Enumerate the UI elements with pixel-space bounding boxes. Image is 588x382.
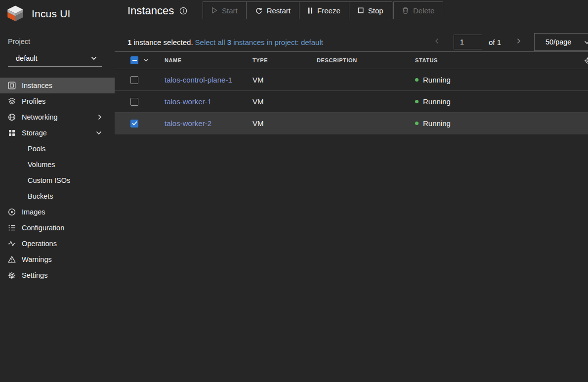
instance-link[interactable]: talos-worker-2 bbox=[165, 119, 211, 127]
project-select-value: default bbox=[16, 54, 38, 62]
select-all-link[interactable]: Select all 3 instances in project: defau… bbox=[195, 38, 323, 46]
sidebar: Incus UI Project default Instances Profi… bbox=[0, 0, 115, 382]
configuration-icon bbox=[8, 224, 16, 232]
sidebar-nav: Instances Profiles Networking Storage bbox=[0, 78, 115, 283]
sidebar-item-buckets[interactable]: Buckets bbox=[0, 188, 115, 204]
previous-page-button[interactable] bbox=[435, 38, 439, 44]
delete-button[interactable]: Delete bbox=[394, 2, 443, 19]
column-header-status: STATUS bbox=[415, 57, 588, 63]
instances-table: NAME TYPE DESCRIPTION STATUS talos-contr… bbox=[115, 51, 588, 134]
sidebar-item-configuration[interactable]: Configuration bbox=[0, 220, 115, 236]
operations-icon bbox=[8, 240, 16, 248]
column-header-description: DESCRIPTION bbox=[317, 57, 415, 63]
column-header-type: TYPE bbox=[252, 57, 317, 63]
sidebar-item-label: Profiles bbox=[22, 97, 107, 105]
images-icon bbox=[8, 208, 16, 216]
sidebar-item-label: Operations bbox=[22, 240, 107, 248]
selection-summary: 1 instance selected.Select all 3 instanc… bbox=[127, 38, 323, 46]
start-button[interactable]: Start bbox=[203, 2, 246, 19]
pause-icon bbox=[308, 7, 313, 14]
table-row[interactable]: talos-control-plane-1 VM Running bbox=[115, 69, 588, 91]
stop-icon bbox=[358, 7, 364, 13]
table-header: NAME TYPE DESCRIPTION STATUS bbox=[115, 51, 588, 69]
sidebar-item-instances[interactable]: Instances bbox=[0, 78, 115, 93]
stop-button[interactable]: Stop bbox=[349, 2, 392, 19]
sidebar-item-label: Buckets bbox=[28, 192, 107, 200]
instance-link[interactable]: talos-control-plane-1 bbox=[165, 76, 232, 84]
sidebar-item-label: Instances bbox=[22, 82, 107, 89]
page-count-label: of 1 bbox=[489, 38, 501, 46]
instance-type: VM bbox=[252, 119, 317, 127]
instance-status: Running bbox=[415, 76, 588, 84]
instance-status: Running bbox=[415, 97, 588, 106]
sidebar-item-label: Warnings bbox=[22, 255, 107, 263]
column-header-name: NAME bbox=[165, 57, 252, 63]
sidebar-item-label: Images bbox=[22, 208, 107, 216]
instance-link[interactable]: talos-worker-1 bbox=[165, 97, 211, 106]
storage-icon bbox=[8, 129, 16, 137]
sidebar-item-networking[interactable]: Networking bbox=[0, 109, 115, 125]
info-icon[interactable] bbox=[179, 7, 187, 15]
restart-icon bbox=[255, 7, 262, 14]
sidebar-item-label: Configuration bbox=[22, 224, 107, 232]
page-size-select[interactable]: 50/page bbox=[534, 33, 588, 51]
row-checkbox[interactable] bbox=[130, 120, 138, 127]
table-row[interactable]: talos-worker-2 VM Running bbox=[115, 113, 588, 134]
sidebar-item-images[interactable]: Images bbox=[0, 204, 115, 220]
status-dot-icon bbox=[415, 78, 419, 82]
freeze-button[interactable]: Freeze bbox=[299, 2, 349, 19]
chevron-down-icon[interactable] bbox=[143, 58, 149, 62]
sidebar-item-label: Settings bbox=[22, 271, 107, 279]
sidebar-item-label: Networking bbox=[22, 113, 92, 121]
select-all-checkbox[interactable] bbox=[130, 56, 138, 64]
incus-logo-icon bbox=[5, 4, 26, 23]
page-size-value: 50/page bbox=[546, 38, 571, 46]
app-title: Incus UI bbox=[32, 8, 71, 20]
instance-actions-group: Start Restart Freeze Stop bbox=[203, 1, 392, 19]
trash-icon bbox=[402, 7, 409, 14]
status-dot-icon bbox=[415, 122, 419, 125]
project-label: Project bbox=[8, 38, 107, 45]
sidebar-item-label: Volumes bbox=[28, 161, 107, 169]
delete-group: Delete bbox=[393, 1, 443, 19]
table-row[interactable]: talos-worker-1 VM Running bbox=[115, 91, 588, 113]
row-checkbox[interactable] bbox=[130, 76, 138, 84]
sidebar-item-volumes[interactable]: Volumes bbox=[0, 157, 115, 172]
app-logo-link[interactable]: Incus UI bbox=[0, 0, 115, 23]
sidebar-item-pools[interactable]: Pools bbox=[0, 141, 115, 157]
configure-columns-gear-icon[interactable] bbox=[584, 57, 588, 65]
sidebar-item-operations[interactable]: Operations bbox=[0, 236, 115, 252]
status-dot-icon bbox=[415, 100, 419, 103]
networking-icon bbox=[8, 113, 16, 121]
instance-type: VM bbox=[252, 76, 317, 84]
warnings-icon bbox=[8, 255, 16, 263]
settings-icon bbox=[8, 271, 16, 279]
page-title: Instances bbox=[127, 4, 174, 17]
sidebar-item-custom-isos[interactable]: Custom ISOs bbox=[0, 172, 115, 188]
chevron-down-icon bbox=[584, 41, 588, 44]
sidebar-item-profiles[interactable]: Profiles bbox=[0, 93, 115, 109]
chevron-right-icon bbox=[98, 114, 102, 120]
row-checkbox[interactable] bbox=[130, 98, 138, 106]
next-page-button[interactable] bbox=[517, 38, 521, 44]
instance-type: VM bbox=[252, 97, 317, 106]
sidebar-item-settings[interactable]: Settings bbox=[0, 267, 115, 283]
sidebar-item-storage[interactable]: Storage bbox=[0, 125, 115, 141]
chevron-down-icon bbox=[91, 56, 97, 60]
sidebar-item-label: Pools bbox=[28, 145, 107, 153]
instances-icon bbox=[8, 82, 16, 89]
play-icon bbox=[211, 7, 217, 14]
sidebar-item-warnings[interactable]: Warnings bbox=[0, 252, 115, 267]
sidebar-item-label: Storage bbox=[22, 129, 90, 137]
project-select[interactable]: default bbox=[8, 50, 102, 67]
chevron-down-icon bbox=[96, 131, 102, 135]
instance-status: Running bbox=[415, 119, 588, 127]
profiles-icon bbox=[8, 97, 16, 105]
page-number-input[interactable] bbox=[454, 35, 482, 49]
restart-button[interactable]: Restart bbox=[246, 2, 299, 19]
sidebar-item-label: Custom ISOs bbox=[28, 176, 107, 184]
main-panel: Instances Start Restart Freeze bbox=[115, 0, 588, 382]
